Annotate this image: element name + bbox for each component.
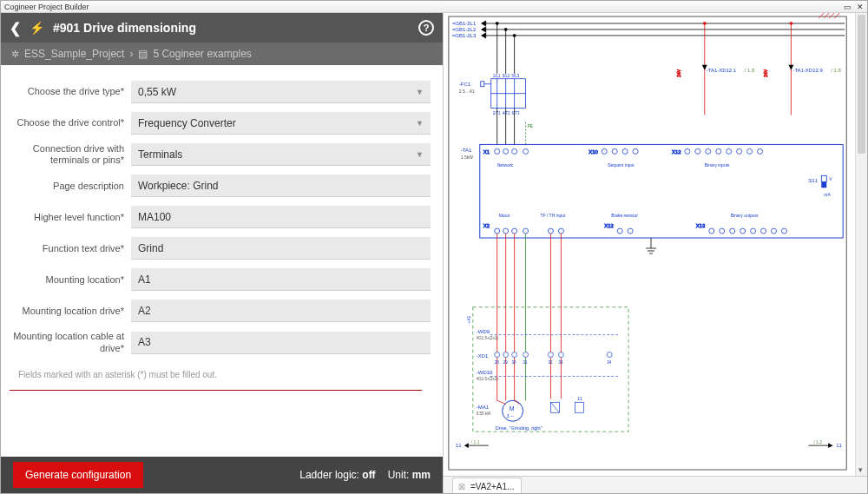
field-value: Workpiece: Grind <box>138 180 218 192</box>
svg-text:-WD10: -WD10 <box>477 370 493 375</box>
svg-text:=GB1-2L3: =GB1-2L3 <box>452 33 477 38</box>
scrollbar-thumb[interactable] <box>858 15 865 154</box>
svg-point-59 <box>523 148 529 154</box>
svg-text:24V: 24V <box>676 69 681 77</box>
svg-text:-TA1-XD12.9: -TA1-XD12.9 <box>792 68 823 73</box>
field-value: MA100 <box>138 211 171 223</box>
svg-point-71 <box>737 148 742 154</box>
vertical-scrollbar[interactable]: ▾ <box>855 13 867 476</box>
svg-text:Network: Network <box>497 162 514 168</box>
svg-point-94 <box>720 228 725 234</box>
svg-point-125 <box>503 352 509 358</box>
help-button[interactable]: ? <box>418 20 434 36</box>
svg-point-130 <box>607 352 612 358</box>
svg-text:X13: X13 <box>696 223 706 228</box>
svg-text:/ 1.2: / 1.2 <box>813 439 822 445</box>
svg-point-73 <box>758 148 763 154</box>
svg-point-99 <box>771 228 776 234</box>
svg-text:Motor: Motor <box>499 213 510 218</box>
text-field[interactable]: Workpiece: Grind <box>131 175 431 197</box>
svg-text:S11: S11 <box>808 178 818 183</box>
preview-panel: =GB1-2L1 =GB1-2L2 =GB1-2L3 <box>444 13 867 493</box>
svg-text:M: M <box>510 405 515 412</box>
svg-point-67 <box>695 148 700 154</box>
svg-point-129 <box>558 352 563 358</box>
form-row: Higher level function*MA100 <box>1 206 431 228</box>
svg-point-85 <box>512 228 517 234</box>
back-button[interactable]: ❮ <box>10 20 21 36</box>
svg-line-146 <box>550 402 559 412</box>
scroll-down-icon[interactable]: ▾ <box>858 465 863 474</box>
svg-text:11: 11 <box>577 396 582 401</box>
svg-point-62 <box>612 148 617 154</box>
window-close[interactable]: ✕ <box>857 3 864 11</box>
svg-point-88 <box>558 228 563 234</box>
mdi-button[interactable]: ▭ <box>844 3 852 11</box>
chevron-down-icon: ▼ <box>416 88 424 96</box>
svg-text:2.5…A1: 2.5…A1 <box>459 89 475 94</box>
breadcrumb-page[interactable]: 5 Cogineer examples <box>153 48 251 60</box>
svg-text:/ 1.1: / 1.1 <box>471 439 480 445</box>
svg-text:6/T3: 6/T3 <box>512 111 520 115</box>
svg-text:4/T2: 4/T2 <box>503 111 510 115</box>
dropdown-field[interactable]: Terminals▼ <box>131 143 431 166</box>
svg-line-1 <box>819 13 824 18</box>
svg-point-63 <box>622 148 628 154</box>
svg-text:3 ∼: 3 ∼ <box>507 413 514 418</box>
svg-text:=GB1-2L2: =GB1-2L2 <box>452 27 477 32</box>
tab-close-icon[interactable]: ☒ <box>458 483 465 491</box>
dropdown-field[interactable]: Frequency Converter▼ <box>131 112 431 135</box>
svg-point-87 <box>548 228 553 234</box>
field-label: Higher level function* <box>1 212 131 223</box>
svg-text:-XD1: -XD1 <box>477 353 489 359</box>
schematic-canvas[interactable]: =GB1-2L1 =GB1-2L2 =GB1-2L3 <box>444 13 867 476</box>
svg-text:-FC1: -FC1 <box>459 82 471 87</box>
svg-text:-MA1: -MA1 <box>477 405 490 410</box>
svg-text:11: 11 <box>456 443 462 448</box>
svg-line-2 <box>824 13 829 18</box>
svg-text:32: 32 <box>548 360 552 365</box>
form-row: Mounting location drive*A2 <box>1 300 431 322</box>
page-title: #901 Drive dimensioning <box>53 21 196 35</box>
breadcrumb-project[interactable]: ESS_Sample_Project <box>24 48 124 60</box>
svg-text:5/L3: 5/L3 <box>512 74 520 78</box>
svg-text:11: 11 <box>836 443 842 448</box>
svg-point-127 <box>523 352 529 358</box>
svg-point-126 <box>512 352 517 358</box>
text-field[interactable]: A3 <box>131 332 431 354</box>
svg-text:X12: X12 <box>672 149 681 155</box>
generate-button[interactable]: Generate configuration <box>13 462 143 488</box>
schematic-drawing: =GB1-2L1 =GB1-2L2 =GB1-2L3 <box>444 13 867 476</box>
svg-text:+A1: +A1 <box>466 315 471 323</box>
svg-point-58 <box>512 148 517 154</box>
svg-text:28: 28 <box>495 360 499 365</box>
field-value: Frequency Converter <box>138 117 236 129</box>
text-field[interactable]: A1 <box>131 268 431 291</box>
required-hint: Fields marked with an asterisk (*) must … <box>1 363 431 386</box>
form-row: Choose the drive control*Frequency Conve… <box>1 112 431 135</box>
svg-text:Setpoint input: Setpoint input <box>608 162 635 168</box>
text-field[interactable]: A2 <box>131 300 431 322</box>
svg-rect-52 <box>480 144 843 238</box>
svg-text:mA: mA <box>824 192 831 197</box>
svg-text:X12: X12 <box>604 223 614 228</box>
tab-label: =VA2+A1... <box>470 482 514 491</box>
svg-text:31: 31 <box>523 360 528 365</box>
document-tab[interactable]: ☒ =VA2+A1... <box>452 478 522 493</box>
svg-point-72 <box>747 148 753 154</box>
page-icon: ▤ <box>138 48 148 60</box>
field-label: Connection drive with terminals or pins* <box>1 143 131 166</box>
svg-line-4 <box>834 13 839 18</box>
svg-marker-11 <box>482 27 486 32</box>
svg-text:Binary outputs: Binary outputs <box>731 213 759 218</box>
svg-marker-13 <box>482 33 486 38</box>
svg-point-17 <box>504 28 507 30</box>
svg-point-69 <box>716 148 721 154</box>
dropdown-field[interactable]: 0,55 kW▼ <box>131 81 431 103</box>
text-field[interactable]: Grind <box>131 237 431 260</box>
field-value: 0,55 kW <box>138 86 176 98</box>
field-value: A1 <box>138 273 151 286</box>
svg-marker-155 <box>828 443 832 448</box>
text-field[interactable]: MA100 <box>131 206 431 228</box>
svg-text:=GB1-2L1: =GB1-2L1 <box>452 21 477 26</box>
